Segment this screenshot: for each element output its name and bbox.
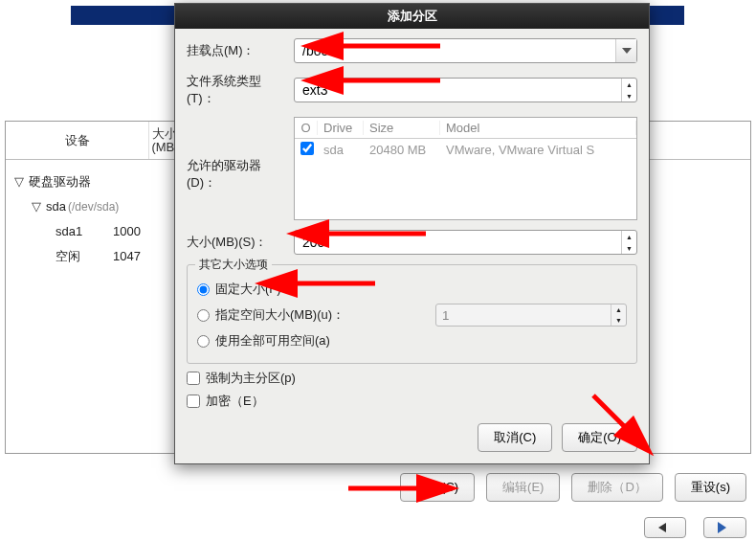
specify-input [436, 304, 611, 326]
encrypt-label[interactable]: 加密（E） [206, 393, 264, 410]
radio-all-row[interactable]: 使用全部可用空间(a) [197, 332, 627, 349]
chevron-down-icon[interactable] [615, 39, 636, 62]
drive-header: O Drive Size Model [295, 118, 636, 139]
radio-all-label[interactable]: 使用全部可用空间(a) [215, 332, 330, 349]
radio-fixed[interactable] [197, 283, 210, 296]
fstype-spinner[interactable]: ▲ ▼ [621, 79, 636, 101]
groupbox-title: 其它大小选项 [195, 257, 272, 273]
spin-up-icon[interactable]: ▲ [622, 79, 636, 90]
col-drive[interactable]: Drive [318, 121, 364, 135]
triangle-left-icon [658, 523, 666, 532]
col-model[interactable]: Model [440, 121, 636, 135]
drive-name: sda [318, 143, 364, 157]
triangle-right-icon [718, 522, 726, 533]
main-button-row: 创建(C) 编辑(E) 删除（D） 重设(s) [0, 473, 756, 502]
delete-button: 删除（D） [571, 473, 662, 502]
drive-row[interactable]: sda 20480 MB VMware, VMware Virtual S [295, 139, 636, 160]
specify-spinner: ▲▼ [435, 304, 627, 327]
col-size[interactable]: Size [364, 121, 440, 135]
tree-label: 硬盘驱动器 [29, 169, 91, 194]
encrypt-row[interactable]: 加密（E） [187, 393, 637, 410]
radio-fixed-row[interactable]: 固定大小(F) [197, 281, 627, 298]
tree-label: sda [46, 194, 66, 219]
force-primary-checkbox[interactable] [187, 372, 200, 385]
dialog-button-row: 取消(C) 确定(O) [187, 423, 637, 452]
forward-button[interactable] [703, 517, 746, 538]
fstype-combo[interactable]: ▲ ▼ [294, 78, 637, 102]
chevron-down-icon[interactable]: ▽ [31, 194, 42, 219]
radio-specify-label[interactable]: 指定空间大小(MB)(u)： [215, 306, 345, 324]
mountpoint-combo[interactable] [294, 38, 637, 63]
spin-down-icon: ▼ [611, 315, 626, 326]
fstype-label: 文件系统类型(T)： [187, 73, 294, 107]
size-spinner[interactable]: ▲ ▼ [621, 231, 636, 254]
force-primary-label[interactable]: 强制为主分区(p) [206, 370, 296, 387]
spin-up-icon: ▲ [611, 304, 626, 315]
create-button[interactable]: 创建(C) [400, 473, 475, 502]
col-o[interactable]: O [295, 121, 318, 135]
force-primary-row[interactable]: 强制为主分区(p) [187, 370, 637, 387]
header-device: 设备 [6, 122, 149, 159]
chevron-down-icon[interactable]: ▽ [13, 169, 25, 194]
edit-button: 编辑(E) [486, 473, 560, 502]
dialog-title: 添加分区 [175, 4, 649, 29]
cancel-button[interactable]: 取消(C) [478, 423, 552, 452]
radio-all[interactable] [197, 335, 210, 348]
mountpoint-input[interactable] [295, 39, 615, 62]
allowdrives-label: 允许的驱动器(D)： [187, 117, 294, 192]
size-label: 大小(MB)(S)： [187, 234, 294, 251]
tree-label: sda1 [56, 219, 82, 244]
drive-checkbox[interactable] [300, 142, 314, 155]
reset-button[interactable]: 重设(s) [675, 473, 746, 502]
encrypt-checkbox[interactable] [187, 394, 200, 408]
drive-table: O Drive Size Model sda 20480 MB VMware, … [294, 117, 637, 220]
back-button[interactable] [644, 517, 686, 538]
spin-down-icon[interactable]: ▼ [622, 90, 636, 101]
drive-size: 20480 MB [364, 143, 440, 157]
radio-fixed-label[interactable]: 固定大小(F) [215, 281, 281, 298]
tree-label: 空闲 [56, 244, 80, 269]
tree-size: 1000 [113, 219, 141, 244]
mountpoint-label: 挂载点(M)： [187, 42, 294, 59]
drive-model: VMware, VMware Virtual S [440, 143, 636, 157]
size-options-group: 其它大小选项 固定大小(F) 指定空间大小(MB)(u)： ▲▼ 使用全部可用空… [187, 264, 637, 364]
nav-buttons [644, 517, 746, 538]
size-input[interactable] [295, 231, 621, 254]
spin-down-icon[interactable]: ▼ [622, 242, 636, 254]
spin-up-icon[interactable]: ▲ [622, 231, 636, 242]
device-path: (/dev/sda) [68, 194, 119, 219]
size-field[interactable]: ▲ ▼ [294, 230, 637, 255]
radio-specify-row[interactable]: 指定空间大小(MB)(u)： ▲▼ [197, 304, 627, 327]
radio-specify[interactable] [197, 309, 210, 322]
fstype-input[interactable] [295, 79, 621, 101]
ok-button[interactable]: 确定(O) [562, 423, 637, 452]
tree-size: 1047 [113, 244, 141, 269]
add-partition-dialog: 添加分区 挂载点(M)： 文件系统类型(T)： ▲ ▼ [174, 3, 650, 464]
